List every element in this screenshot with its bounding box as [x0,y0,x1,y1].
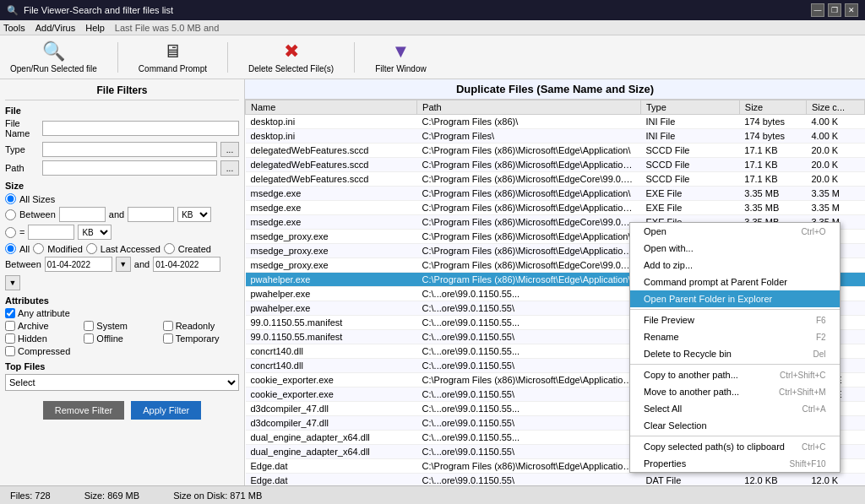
cell-name: d3dcompiler_47.dll [246,402,417,416]
table-row[interactable]: desktop.ini C:\Program Files (x86)\ INI … [246,115,865,129]
size-eq-input[interactable] [28,225,74,240]
ctx-select-all[interactable]: Select All Ctrl+A [630,400,840,417]
ctx-open-parent[interactable]: Open Parent Folder in Explorer [630,290,840,307]
ctx-file-preview[interactable]: File Preview F6 [630,312,840,328]
size-unit-select[interactable]: KBMBGB [177,207,211,222]
attr-offline-check[interactable] [84,333,94,344]
date-between-row: Between ▼ and ▼ [5,257,239,290]
ctx-copy-path[interactable]: Copy to another path... Ctrl+Shift+C [630,366,840,383]
menu-addvirus[interactable]: Add/Virus [35,23,76,33]
size-eq-unit-select[interactable]: KBMBGB [78,225,112,240]
col-name[interactable]: Name [246,100,417,115]
attr-any-check[interactable] [5,308,15,318]
cell-type: SCCD File [641,158,740,172]
attr-archive-check[interactable] [5,321,15,331]
cell-sizec: 3.35 M [806,187,864,201]
close-button[interactable]: ✕ [845,3,858,17]
cell-path: C:\...ore\99.0.1150.55... [417,431,641,445]
allsizes-radio[interactable] [5,193,16,204]
type-input[interactable] [42,142,217,157]
filename-label: File Name [5,118,39,138]
date-accessed-radio[interactable] [86,243,97,254]
table-row[interactable]: Edge.dat C:\...ore\99.0.1150.55\ DAT Fil… [246,474,865,486]
path-browse-button[interactable]: ... [220,160,239,176]
cell-size: 174 bytes [739,115,806,129]
table-row[interactable]: delegatedWebFeatures.sccd C:\Program Fil… [246,158,865,172]
cmd-prompt-icon: 🖥 [163,41,182,62]
cell-sizec: 20.0 K [806,172,864,187]
attr-compressed-check[interactable] [5,346,15,356]
table-row[interactable]: desktop.ini C:\Program Files\ INI File 1… [246,129,865,144]
open-run-button[interactable]: 🔍 Open/Run Selected file [7,39,101,75]
path-row: Path ... [5,160,239,176]
table-row[interactable]: delegatedWebFeatures.sccd C:\Program Fil… [246,144,865,158]
cell-path: C:\...ore\99.0.1150.55\ [417,301,641,316]
ctx-copy-clipboard[interactable]: Copy selected path(s) to clipboard Ctrl+… [630,438,840,455]
ctx-open[interactable]: Open Ctrl+O [630,223,840,240]
delete-button[interactable]: ✖ Delete Selected File(s) [245,39,337,75]
minimize-button[interactable]: — [811,3,824,17]
apply-filter-button[interactable]: Apply Filter [131,401,201,420]
size-to-input[interactable] [128,207,174,222]
table-row[interactable]: msedge.exe C:\Program Files (x86)\Micros… [246,187,865,201]
ctx-move-path[interactable]: Move to another path... Ctrl+Shift+M [630,383,840,400]
date-modified-radio[interactable] [33,243,44,254]
cell-path: C:\Program Files (x86)\Microsoft\Edge\Ap… [417,373,641,387]
date-from-dropdown[interactable]: ▼ [116,257,131,272]
type-label: Type [5,144,39,154]
remove-filter-button[interactable]: Remove Filter [43,401,124,420]
cell-path: C:\...ore\99.0.1150.55\ [417,387,641,402]
date-to-input[interactable] [153,257,220,272]
date-to-dropdown[interactable]: ▼ [5,275,20,290]
col-sizec[interactable]: Size c... [806,100,864,115]
ctx-add-zip[interactable]: Add to zip... [630,257,840,274]
date-created-radio[interactable] [164,243,175,254]
date-and-label: and [134,259,150,269]
menu-help[interactable]: Help [85,23,105,33]
date-from-input[interactable] [45,257,112,272]
ctx-open-with-label: Open with... [644,243,694,253]
col-path[interactable]: Path [417,100,641,115]
menu-tools[interactable]: Tools [3,23,25,33]
date-modified-label: Modified [47,244,83,254]
top-files-select[interactable]: Select [5,374,239,391]
ctx-clear-selection[interactable]: Clear Selection [630,417,840,434]
cell-name: concrt140.dll [246,344,417,359]
filter-window-button[interactable]: ▼ Filter Window [372,39,430,75]
table-header-row: Name Path Type Size Size c... [246,100,865,115]
ctx-rename[interactable]: Rename F2 [630,328,840,345]
type-browse-button[interactable]: ... [220,142,239,157]
ctx-open-with[interactable]: Open with... [630,240,840,257]
cell-path: C:\...ore\99.0.1150.55\ [417,445,641,459]
path-input[interactable] [42,160,217,176]
toolbar: 🔍 Open/Run Selected file 🖥 Command Promp… [0,35,865,79]
filename-row: File Name [5,118,239,138]
size-from-input[interactable] [59,207,106,222]
cell-name: msedge_proxy.exe [246,258,417,273]
status-bar: Files: 728 Size: 869 MB Size on Disk: 87… [0,485,865,504]
cmd-prompt-button[interactable]: 🖥 Command Prompt [135,39,210,75]
cell-name: Edge.dat [246,459,417,474]
ctx-delete-recycle[interactable]: Delete to Recycle bin Del [630,345,840,362]
ctx-cmd-parent[interactable]: Command prompt at Parent Folder [630,274,840,290]
attr-system-check[interactable] [84,321,94,331]
cell-name: desktop.ini [246,115,417,129]
table-row[interactable]: delegatedWebFeatures.sccd C:\Program Fil… [246,172,865,187]
equals-radio[interactable] [5,227,16,238]
status-size: Size: 869 MB [84,490,139,501]
ctx-sep-2 [630,364,840,365]
col-size[interactable]: Size [739,100,806,115]
table-row[interactable]: msedge.exe C:\Program Files (x86)\Micros… [246,201,865,215]
date-all-radio[interactable] [5,243,16,254]
filename-input[interactable] [42,121,239,136]
col-type[interactable]: Type [641,100,740,115]
cell-path: C:\Program Files\ [417,129,641,144]
attr-hidden-check[interactable] [5,333,15,344]
open-run-label: Open/Run Selected file [10,64,97,73]
left-panel: File Filters File File Name Type ... Pat… [0,79,245,485]
attr-readonly-check[interactable] [163,321,173,331]
between-radio[interactable] [5,209,16,220]
restore-button[interactable]: ❐ [828,3,841,17]
ctx-properties[interactable]: Properties Shift+F10 [630,455,840,472]
attr-temporary-check[interactable] [163,333,173,344]
